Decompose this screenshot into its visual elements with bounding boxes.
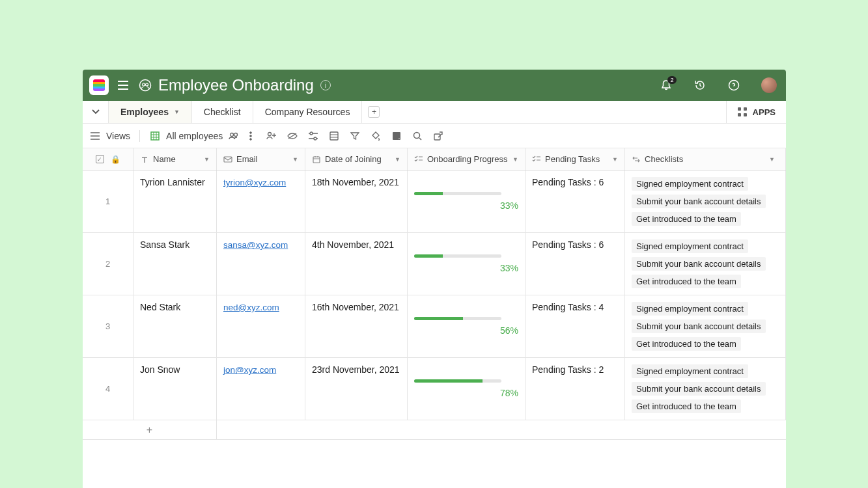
cell-name[interactable]: Sansa Stark [133, 233, 217, 295]
email-link[interactable]: tyrion@xyz.com [223, 178, 286, 187]
cell-tasks[interactable]: Pending Tasks : 2 [525, 358, 625, 420]
more-icon[interactable] [245, 130, 257, 142]
checklist-chip[interactable]: Get introduced to the team [632, 275, 741, 288]
checklist-chip[interactable]: Signed employment contract [632, 239, 748, 253]
tab-employees[interactable]: Employees ▼ [109, 101, 192, 123]
checklist-chip[interactable]: Signed employment contract [632, 302, 748, 316]
cell-name[interactable]: Ned Stark [133, 295, 217, 357]
checklist-chip[interactable]: Get introduced to the team [632, 212, 741, 226]
table-row[interactable]: 3 Ned Stark ned@xyz.com 16th November, 2… [83, 295, 786, 358]
current-view[interactable]: All employees [149, 130, 257, 142]
progress-percent: 56% [500, 325, 518, 336]
cell-date[interactable]: 23rd November, 2021 [305, 358, 408, 420]
page-title: Employee Onboarding [158, 76, 314, 94]
cell-progress[interactable]: 78% [408, 358, 525, 420]
export-icon[interactable] [432, 130, 444, 142]
svg-rect-8 [151, 132, 159, 140]
people-icon [228, 130, 240, 142]
add-tab-button[interactable]: + [366, 101, 382, 123]
chevron-down-icon: ▼ [174, 109, 180, 115]
header-email[interactable]: Email ▼ [217, 148, 305, 170]
table-row[interactable]: 4 Jon Snow jon@xyz.com 23rd November, 20… [83, 358, 786, 420]
chevron-down-icon: ▼ [612, 156, 618, 163]
cell-progress[interactable]: 56% [408, 295, 525, 357]
hide-icon[interactable] [287, 130, 298, 142]
filter-icon[interactable] [349, 130, 361, 142]
cell-email[interactable]: jon@xyz.com [217, 358, 305, 420]
email-link[interactable]: sansa@xyz.com [223, 240, 288, 250]
svg-point-11 [250, 131, 252, 133]
row-number[interactable]: 1 [83, 170, 133, 232]
help-icon[interactable] [727, 79, 740, 92]
row-number[interactable]: 3 [83, 295, 133, 357]
tabs-dropdown[interactable] [83, 101, 109, 123]
apps-icon [737, 107, 748, 117]
search-icon[interactable] [412, 130, 423, 142]
header-checklists[interactable]: Checklists ▼ [625, 148, 786, 170]
table-row[interactable]: 2 Sansa Stark sansa@xyz.com 4th November… [83, 233, 786, 295]
notifications-icon[interactable]: 2 [660, 79, 673, 92]
cell-progress[interactable]: 33% [408, 170, 525, 232]
header-progress[interactable]: Onboarding Progress ▼ [408, 148, 525, 170]
tab-company-resources[interactable]: Company Resources [253, 101, 363, 123]
svg-point-16 [314, 137, 316, 140]
table-row[interactable]: 1 Tyrion Lannister tyrion@xyz.com 18th N… [83, 170, 786, 233]
menu-icon[interactable] [117, 79, 130, 92]
cell-checklists[interactable]: Signed employment contractSubmit your ba… [625, 295, 786, 357]
svg-rect-22 [313, 157, 320, 163]
email-link[interactable]: jon@xyz.com [223, 365, 276, 375]
checklist-chip[interactable]: Get introduced to the team [632, 337, 741, 351]
tab-checklist[interactable]: Checklist [192, 101, 253, 123]
checklist-chip[interactable]: Submit your bank account details [632, 319, 766, 333]
info-icon[interactable]: i [320, 80, 331, 90]
checklist-chip[interactable]: Get introduced to the team [632, 400, 741, 413]
cell-email[interactable]: tyrion@xyz.com [217, 170, 305, 232]
add-row-button[interactable]: + [83, 420, 217, 439]
cell-email[interactable]: sansa@xyz.com [217, 233, 305, 295]
history-icon[interactable] [693, 79, 707, 92]
cell-tasks[interactable]: Pending Tasks : 6 [525, 170, 625, 232]
header-select[interactable]: ✓ 🔒 [83, 148, 133, 170]
checklist-chip[interactable]: Submit your bank account details [632, 257, 766, 271]
cell-date[interactable]: 16th November, 2021 [305, 295, 408, 357]
header-name[interactable]: Name ▼ [133, 148, 217, 170]
select-all-checkbox[interactable]: ✓ [96, 155, 104, 163]
cell-progress[interactable]: 33% [408, 233, 525, 295]
data-rows: 1 Tyrion Lannister tyrion@xyz.com 18th N… [83, 170, 786, 488]
checklist-chip[interactable]: Signed employment contract [632, 364, 748, 378]
user-avatar[interactable] [761, 77, 777, 93]
progress-bar [414, 317, 501, 320]
cell-checklists[interactable]: Signed employment contractSubmit your ba… [625, 170, 786, 232]
cell-date[interactable]: 18th November, 2021 [305, 170, 408, 232]
header-tasks[interactable]: Pending Tasks ▼ [525, 148, 625, 170]
apps-label: APPS [753, 107, 776, 117]
cell-checklists[interactable]: Signed employment contractSubmit your ba… [625, 358, 786, 420]
cell-checklists[interactable]: Signed employment contractSubmit your ba… [625, 233, 786, 295]
collab-icon[interactable] [139, 79, 152, 92]
apps-button[interactable]: APPS [726, 101, 786, 123]
grid-icon [149, 130, 161, 142]
cell-date[interactable]: 4th November, 2021 [305, 233, 408, 295]
settings-icon[interactable] [307, 130, 319, 142]
row-number[interactable]: 4 [83, 358, 133, 420]
checklist-chip[interactable]: Submit your bank account details [632, 382, 766, 396]
row-number[interactable]: 2 [83, 233, 133, 295]
views-button[interactable]: Views [89, 130, 130, 142]
list-icon[interactable] [328, 130, 340, 142]
header-date[interactable]: Date of Joining ▼ [305, 148, 408, 170]
checklist-chip[interactable]: Submit your bank account details [632, 195, 766, 208]
svg-point-12 [250, 135, 252, 137]
cell-tasks[interactable]: Pending Tasks : 4 [525, 295, 625, 357]
email-link[interactable]: ned@xyz.com [223, 303, 279, 312]
checklist-chip[interactable]: Signed employment contract [632, 177, 748, 191]
cell-name[interactable]: Tyrion Lannister [133, 170, 217, 232]
share-users-icon[interactable] [266, 130, 277, 142]
cell-email[interactable]: ned@xyz.com [217, 295, 305, 357]
col-label: Pending Tasks [545, 154, 600, 164]
app-logo[interactable] [89, 75, 109, 95]
cell-tasks[interactable]: Pending Tasks : 6 [525, 233, 625, 295]
cell-name[interactable]: Jon Snow [133, 358, 217, 420]
progress-bar [414, 192, 501, 195]
color-icon[interactable] [370, 130, 382, 142]
note-icon[interactable] [391, 130, 402, 142]
